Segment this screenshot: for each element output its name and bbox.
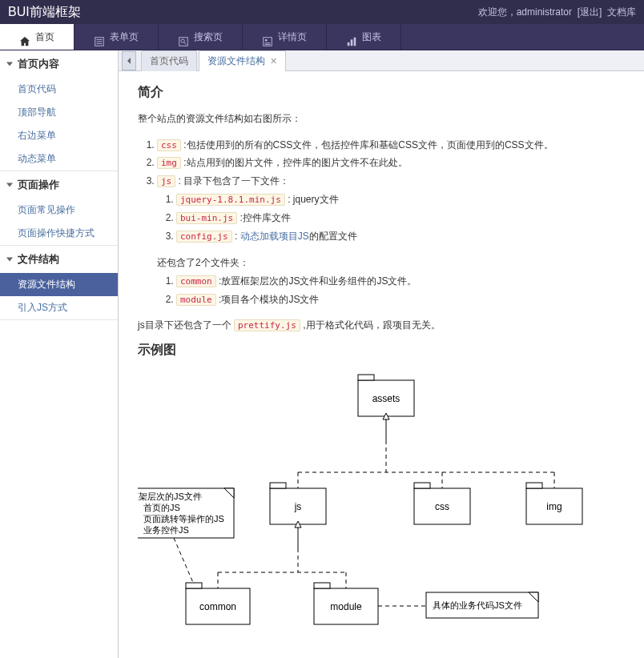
svg-text:common: common [199,601,236,612]
file-list: css :包括使用到的所有的CSS文件，包括控件库和基础CSS文件，页面使用到的… [157,136,625,309]
code-tag: module [176,294,216,306]
main: 首页内容 首页代码 顶部导航 右边菜单 动态菜单 页面操作 页面常见操作 页面操… [0,50,644,658]
search-icon [178,31,189,42]
tab-active[interactable]: 资源文件结构 ✕ [199,50,286,71]
svg-text:js: js [294,501,302,512]
svg-line-6 [184,42,187,45]
content-area: 首页代码 资源文件结构 ✕ 简介 整个站点的资源文件结构如右图所示： css :… [119,50,644,658]
side-group-title[interactable]: 首页内容 [0,50,118,78]
list-item: css :包括使用到的所有的CSS文件，包括控件库和基础CSS文件，页面使用到的… [157,136,625,154]
svg-text:assets: assets [372,393,400,404]
logout-link[interactable]: [退出] [578,6,602,18]
svg-text:具体的业务代码JS文件: 具体的业务代码JS文件 [433,600,522,610]
tab-bar: 首页代码 资源文件结构 ✕ [119,50,644,71]
svg-rect-15 [358,375,374,380]
nav-label: 搜索页 [194,24,223,50]
sidebar-item[interactable]: 顶部导航 [0,101,118,124]
code-tag: config.js [176,231,232,243]
tab[interactable]: 首页代码 [141,50,197,71]
navbar: 首页 表单页 搜索页 详情页 图表 [0,24,644,50]
side-group: 文件结构 资源文件结构 引入JS方式 [0,246,118,320]
tab-label: 资源文件结构 [207,54,265,68]
code-tag: jquery-1.8.1.min.js [176,194,285,206]
user-area: 欢迎您，administrator [退出] 文档库 [478,0,636,24]
svg-point-5 [181,39,184,42]
code-tag: bui-min.js [176,212,237,224]
doclib-link[interactable]: 文档库 [607,6,636,18]
welcome-text: 欢迎您， [478,6,517,18]
folder-img: img [526,483,582,524]
list-item: module :项目各个模块的JS文件 [176,291,625,309]
svg-rect-25 [270,483,286,488]
svg-point-8 [265,39,268,42]
nav-form[interactable]: 表单页 [74,24,159,50]
list-item: config.js : 动态加载项目JS的配置文件 [176,227,625,246]
sidebar-item-active[interactable]: 资源文件结构 [0,273,118,296]
svg-rect-13 [354,38,356,46]
svg-text:2）页面跳转等操作的JS: 2）页面跳转等操作的JS [138,514,224,524]
list-item: jquery-1.8.1.min.js : jquery文件 [176,191,625,209]
folder-sublist: common :放置框架层次的JS文件和业务组件的JS文件。 module :项… [176,272,625,309]
header: BUI前端框架 欢迎您，administrator [退出] 文档库 [0,0,644,24]
nav-home[interactable]: 首页 [0,24,74,50]
folder-assets: assets [358,375,414,416]
side-group: 首页内容 首页代码 顶部导航 右边菜单 动态菜单 [0,50,118,171]
svg-text:img: img [546,501,561,512]
sidebar-item[interactable]: 首页代码 [0,78,118,101]
detail-icon [262,31,273,42]
app-title: BUI前端框架 [8,0,81,24]
intro-text: 整个站点的资源文件结构如右图所示： [138,110,625,128]
sub-intro: 还包含了2个文件夹： [157,257,249,268]
svg-rect-28 [414,483,430,488]
list-item: bui-min.js :控件库文件 [176,209,625,227]
section-heading: 简介 [138,84,625,101]
code-tag: common [176,275,216,287]
list-item: img :站点用到的图片文件，控件库的图片文件不在此处。 [157,154,625,172]
svg-text:module: module [330,601,362,612]
note: js目录下还包含了一个 prettify.js ,用于格式化代码，跟项目无关。 [138,317,625,335]
diagram: assets js [138,368,625,658]
nav-label: 表单页 [110,24,139,50]
note-left: 框架层次的JS文件 1）首页的JS 2）页面跳转等操作的JS 3）业务控件JS [138,488,234,538]
code-tag: css [157,139,181,151]
config-link[interactable]: 动态加载项目JS [240,231,309,242]
folder-common: common [186,583,250,624]
folder-diagram-svg: assets js [138,368,634,656]
list-item: common :放置框架层次的JS文件和业务组件的JS文件。 [176,272,625,291]
section-heading: 示例图 [138,342,625,359]
folder-css: css [414,483,470,524]
nav-detail[interactable]: 详情页 [243,24,327,50]
tab-label: 首页代码 [150,54,188,68]
code-tag: js [157,175,175,187]
svg-rect-40 [186,583,202,588]
close-icon[interactable]: ✕ [270,56,277,66]
sidebar: 首页内容 首页代码 顶部导航 右边菜单 动态菜单 页面操作 页面常见操作 页面操… [0,50,119,658]
note-right: 具体的业务代码JS文件 [426,592,538,618]
sidebar-item[interactable]: 页面常见操作 [0,199,118,222]
svg-text:3）业务控件JS: 3）业务控件JS [138,525,189,535]
code-tag: img [157,157,181,169]
side-group-title[interactable]: 页面操作 [0,171,118,199]
form-icon [94,31,105,42]
username: administrator [517,6,572,18]
side-group-title[interactable]: 文件结构 [0,246,118,273]
nav-chart[interactable]: 图表 [327,24,401,50]
sidebar-item[interactable]: 引入JS方式 [0,296,118,319]
svg-text:css: css [435,501,449,512]
content: 简介 整个站点的资源文件结构如右图所示： css :包括使用到的所有的CSS文件… [119,71,644,658]
tab-scroll-left[interactable] [122,51,136,70]
nav-label: 图表 [362,24,381,50]
code-tag: prettify.js [234,319,300,331]
svg-rect-4 [179,38,188,46]
sidebar-item[interactable]: 右边菜单 [0,124,118,147]
chart-icon [346,31,357,42]
nav-search[interactable]: 搜索页 [159,24,243,50]
svg-text:框架层次的JS文件: 框架层次的JS文件 [138,491,202,501]
sidebar-item[interactable]: 页面操作快捷方式 [0,222,118,245]
sidebar-item[interactable]: 动态菜单 [0,147,118,171]
nav-label: 首页 [35,24,54,50]
svg-text:1）首页的JS: 1）首页的JS [138,503,180,512]
nav-label: 详情页 [278,24,307,50]
svg-rect-31 [526,483,542,488]
svg-rect-43 [314,583,330,588]
